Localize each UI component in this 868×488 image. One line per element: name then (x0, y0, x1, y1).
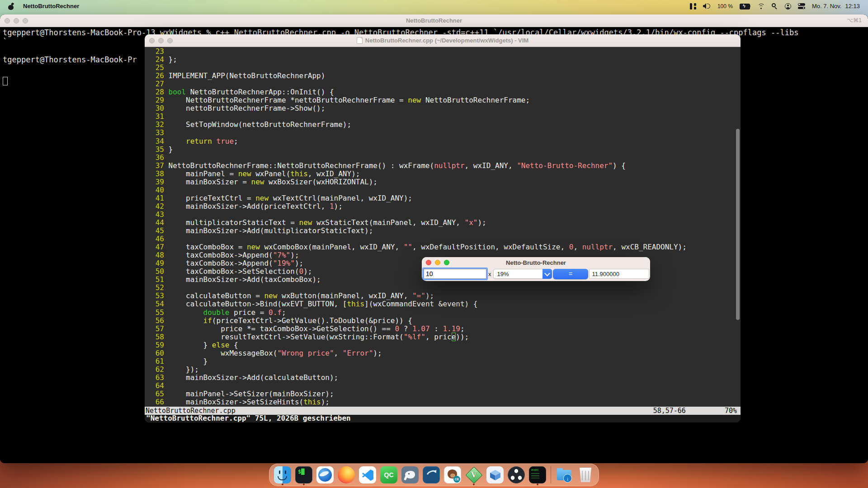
code-line: 63 mainBoxSizer->Add(calculateButton); (151, 374, 741, 382)
code-line: 40 (151, 186, 741, 194)
statusline-ruler: 58,57-66 (653, 407, 686, 415)
code-line: 32 SetTopWindow(nettoBruttoRechnerFrame)… (151, 121, 741, 129)
menu-bar-clock[interactable]: Mo. 7. Nov. 12:13 (812, 3, 860, 9)
postgres-dock-icon[interactable] (401, 465, 419, 485)
code-line: 47 taxComboBox = new wxComboBox(mainPane… (151, 243, 741, 251)
vim-window[interactable]: NettoBruttoRechner.cpp (~/Development/wx… (145, 34, 741, 422)
virtualbox-dock-icon[interactable] (486, 465, 504, 485)
vim-statusline: NettoBruttoRechner.cpp 58,57-66 70% (145, 407, 741, 415)
code-line: 29 NettoBruttoRechnerFrame *nettoBruttoR… (151, 96, 741, 104)
qcachegrind-dock-icon[interactable]: QC (380, 465, 397, 485)
clock-time: 12:13 (845, 3, 860, 9)
code-line: 25 (151, 64, 741, 72)
code-line: 30 nettoBruttoRechnerFrame->Show(); (151, 104, 741, 113)
code-line: 42 mainBoxSizer->Add(priceTextCtrl, 1); (151, 202, 741, 211)
vim-window-title: NettoBruttoRechner.cpp (~/Development/wx… (365, 37, 528, 44)
code-line: 38 mainPanel = new wxPanel(this, wxID_AN… (151, 170, 741, 178)
code-line: 36 (151, 154, 741, 162)
code-line: 31 (151, 113, 741, 121)
combobox-dropdown-button[interactable] (542, 269, 552, 279)
running-indicator (303, 483, 305, 485)
menu-bar: NettoBruttoRechner 100 % ϟ Mo. 7. Nov. 1… (0, 0, 868, 12)
code-line: 26 IMPLEMENT_APP(NettoBruttoRechnerApp) (151, 72, 741, 80)
vim-dock-icon[interactable]: V (465, 465, 482, 485)
tax-combobox-value: 19% (494, 271, 542, 277)
battery-percentage: 100 % (717, 3, 733, 9)
code-line: 64 (151, 382, 741, 390)
scrollbar-thumb[interactable] (736, 129, 740, 320)
trash-dock-icon[interactable] (577, 465, 594, 485)
code-line: 24 }; (151, 56, 741, 64)
running-indicator (537, 483, 538, 485)
thunderbird-dock-icon[interactable] (316, 465, 334, 485)
app-window-title: Netto-Brutto-Rechner (422, 257, 650, 268)
wifi-icon[interactable] (758, 4, 765, 9)
finder-dock-icon[interactable] (274, 465, 291, 485)
control-center-icon[interactable] (798, 3, 805, 9)
vscode-dock-icon[interactable] (359, 465, 376, 485)
code-line: 27 (151, 80, 741, 88)
spotlight-search-icon[interactable] (772, 3, 778, 9)
result-field: 11.900000 (589, 269, 649, 279)
obs-dock-icon[interactable] (508, 465, 525, 485)
vim-titlebar[interactable]: NettoBruttoRechner.cpp (~/Development/wx… (145, 34, 741, 47)
terminal-dock-icon[interactable]: $█ (295, 465, 312, 485)
active-app-menu[interactable]: NettoBruttoRechner (23, 3, 79, 9)
terminal-titlebar[interactable]: NettoBruttoRechner ⌥⌘1 (0, 14, 868, 27)
document-icon (357, 37, 363, 44)
code-line: 37 NettoBruttoRechnerFrame::NettoBruttoR… (151, 162, 741, 170)
code-line: 56 if(priceTextCtrl->GetValue().ToDouble… (151, 317, 741, 325)
code-line: 45 mainBoxSizer->Add(multiplicatorStatic… (151, 227, 741, 235)
vim-editor[interactable]: 23 24 }; 25 26 IMPLEMENT_APP(NettoBrutto… (145, 47, 741, 422)
code-line: 57 price *= taxComboBox->GetSelection() … (151, 325, 741, 333)
code-line: 34 return true; (151, 137, 741, 145)
code-line: 33 (151, 129, 741, 137)
mysql-workbench-dock-icon[interactable] (423, 465, 440, 485)
code-line: 41 priceTextCtrl = new wxTextCtrl(mainPa… (151, 194, 741, 202)
user-switch-icon[interactable] (785, 3, 791, 9)
code-line: 62 }); (151, 366, 741, 374)
terminal-cursor (3, 77, 8, 85)
code-line: 43 (151, 211, 741, 219)
multiplier-label: x (488, 271, 491, 277)
code-line: 65 mainPanel->SetSizer(mainBoxSizer); (151, 390, 741, 398)
statusline-filename: NettoBruttoRechner.cpp (146, 407, 236, 415)
dbeaver-dock-icon[interactable]: CE (444, 465, 461, 485)
downloads-dock-icon[interactable]: ↓ (556, 465, 573, 485)
running-indicator (282, 483, 283, 485)
netto-brutto-rechner-window[interactable]: Netto-Brutto-Rechner x 19% = 11.900000 (422, 257, 650, 281)
code-line: 58 resultTextCtrl->SetValue(wxString::Fo… (151, 333, 741, 341)
dock: $█QCCEVexec↓ (269, 464, 599, 486)
statusline-percent: 70% (725, 407, 737, 415)
chevron-down-icon (544, 270, 550, 276)
tax-combobox[interactable]: 19% (493, 269, 552, 279)
apple-menu-icon[interactable] (8, 3, 14, 10)
code-line: 53 calculateButton = new wxButton(mainPa… (151, 292, 741, 300)
code-line: 60 wxMessageBox("Wrong price", "Error"); (151, 349, 741, 357)
code-line: 55 double price = 0.f; (151, 309, 741, 317)
code-line: 52 (151, 284, 741, 292)
exec-terminal-dock-icon[interactable]: exec (529, 465, 546, 485)
code-line: 23 (151, 47, 741, 56)
terminal-window-title: NettoBruttoRechner (0, 14, 868, 27)
calculate-button[interactable]: = (553, 269, 589, 279)
price-input[interactable] (424, 269, 486, 279)
code-line: 66 mainBoxSizer->SetSizeHints(this); (151, 398, 741, 406)
app-titlebar[interactable]: Netto-Brutto-Rechner (422, 257, 650, 268)
battery-icon[interactable]: ϟ (740, 4, 751, 9)
code-line: 46 (151, 235, 741, 243)
clock-date: Mo. 7. Nov. (812, 3, 842, 9)
volume-icon[interactable] (703, 3, 711, 9)
code-line: 39 mainBoxSizer = new wxBoxSizer(wxHORIZ… (151, 178, 741, 186)
code-line: 61 } (151, 357, 741, 366)
window-tiling-icon[interactable] (690, 3, 696, 9)
vim-message-line: "NettoBruttoRechner.cpp" 75L, 2026B gesc… (145, 415, 741, 422)
code-line: 28 bool NettoBruttoRechnerApp::OnInit() … (151, 88, 741, 96)
running-indicator (473, 483, 475, 485)
code-line: 44 multiplicatorStaticText = new wxStati… (151, 219, 741, 227)
firefox-dock-icon[interactable] (338, 465, 355, 485)
code-line: 59 } else { (151, 341, 741, 349)
vim-code[interactable]: 23 24 }; 25 26 IMPLEMENT_APP(NettoBrutto… (145, 47, 741, 406)
code-line: 54 calculateButton->Bind(wxEVT_BUTTON, [… (151, 300, 741, 308)
code-line: 35 } (151, 145, 741, 154)
